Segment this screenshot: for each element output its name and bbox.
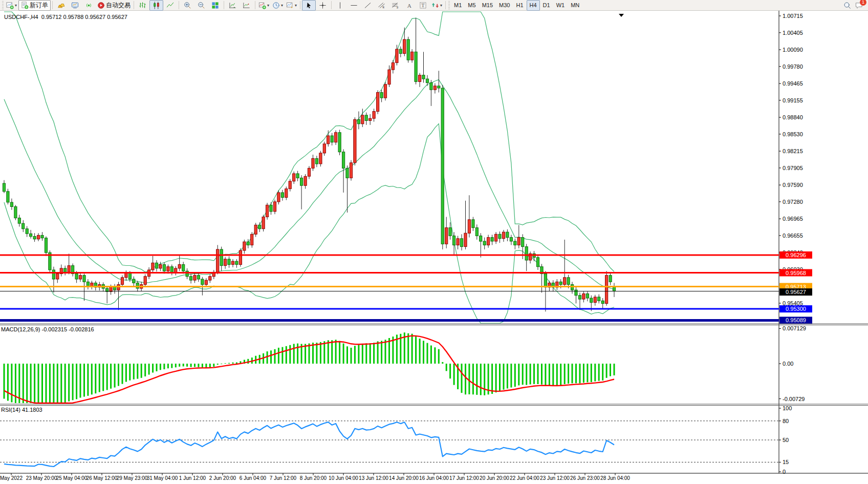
timeframe-w1[interactable]: W1 <box>553 0 568 11</box>
toolbar: ▾新订单自动交易▾▾▾EFAT▾M1M5M15M30H1H4D1W1MN1 <box>0 0 868 11</box>
periods-button[interactable]: ▾ <box>271 0 285 11</box>
svg-text:1 Jun 12:00: 1 Jun 12:00 <box>179 475 206 481</box>
period-clock-icon <box>272 2 280 9</box>
candlestick-mode-button[interactable] <box>149 0 163 11</box>
price-tag-0.95627: 0.95627 <box>779 288 812 296</box>
svg-text:0.95627: 0.95627 <box>786 289 806 295</box>
auto-scroll-button[interactable] <box>226 0 240 11</box>
zoom-in-button[interactable] <box>181 0 194 11</box>
fibonacci-icon: F <box>392 2 399 9</box>
timeframe-m1[interactable]: M1 <box>451 0 465 11</box>
indicators-icon <box>258 2 266 9</box>
svg-text:20 Jun 20:00: 20 Jun 20:00 <box>480 475 509 481</box>
search-icon <box>843 2 851 9</box>
label-tool[interactable]: T <box>416 0 430 11</box>
tile-windows-button[interactable] <box>208 0 222 11</box>
toolbar-separator <box>255 1 255 9</box>
cursor-tool[interactable] <box>302 0 316 11</box>
indicators-button[interactable]: ▾ <box>257 0 271 11</box>
dropdown-arrow-icon: ▾ <box>267 3 269 8</box>
hline-icon <box>350 2 358 9</box>
svg-text:1.00090: 1.00090 <box>783 47 803 53</box>
template-icon <box>286 2 294 9</box>
bar-chart-icon <box>139 2 146 9</box>
toolbar-separator <box>331 1 332 9</box>
svg-text:T: T <box>421 3 425 8</box>
new-order-button-label: 新订单 <box>30 1 48 10</box>
svg-text:0.007129: 0.007129 <box>783 325 806 331</box>
new-order-button[interactable]: 新订单 <box>18 0 51 11</box>
svg-text:0.99780: 0.99780 <box>783 64 803 70</box>
timeframe-h1[interactable]: H1 <box>513 0 526 11</box>
price-tag-0.96296: 0.96296 <box>779 251 812 259</box>
svg-text:May 2022: May 2022 <box>0 475 23 481</box>
vertical-line-tool[interactable] <box>333 0 347 11</box>
svg-text:A: A <box>407 2 412 8</box>
signals-button[interactable] <box>82 0 96 11</box>
toolbar-separator <box>300 1 300 9</box>
toolbar-separator <box>52 1 53 9</box>
tile-windows-icon <box>211 2 219 9</box>
svg-text:0.95089: 0.95089 <box>786 317 806 323</box>
autotrading-icon <box>97 2 105 9</box>
timeframe-d1[interactable]: D1 <box>540 0 553 11</box>
svg-text:100: 100 <box>783 405 792 411</box>
chart-shift-button[interactable] <box>240 0 253 11</box>
timeframe-m15[interactable]: M15 <box>479 0 496 11</box>
fibonacci-tool[interactable]: F <box>388 0 402 11</box>
ingots-icon <box>57 2 65 9</box>
text-tool[interactable]: A <box>402 0 416 11</box>
crosshair-tool[interactable] <box>316 0 330 11</box>
arrows-tool[interactable]: ▾ <box>430 0 444 11</box>
mql5-community-button[interactable] <box>68 0 82 11</box>
trendline-tool[interactable] <box>361 0 375 11</box>
arrows-icon <box>431 2 439 9</box>
svg-text:80: 80 <box>783 418 789 424</box>
svg-text:25 May 04:00: 25 May 04:00 <box>56 475 88 481</box>
svg-text:F: F <box>397 6 399 9</box>
svg-text:1.00405: 1.00405 <box>783 30 803 36</box>
timeframe-h4[interactable]: H4 <box>527 0 540 11</box>
svg-text:0.98840: 0.98840 <box>783 114 803 120</box>
svg-text:26 Jun 23:00: 26 Jun 23:00 <box>570 475 600 481</box>
notification-badge: 1 <box>860 0 866 6</box>
svg-text:0.98215: 0.98215 <box>783 148 803 154</box>
toolbar-separator <box>445 1 446 9</box>
svg-text:0.97590: 0.97590 <box>783 182 803 188</box>
svg-text:8 Jun 20:00: 8 Jun 20:00 <box>300 475 327 481</box>
chart-canvas[interactable]: 1.007151.004051.000900.997800.994650.991… <box>0 11 868 484</box>
timeframe-mn[interactable]: MN <box>568 0 582 11</box>
new-order-icon <box>21 2 29 9</box>
svg-text:0.95300: 0.95300 <box>786 306 806 312</box>
svg-text:50: 50 <box>783 437 789 443</box>
channel-tool[interactable]: E <box>375 0 388 11</box>
timeframe-m5[interactable]: M5 <box>465 0 479 11</box>
line-chart-icon <box>166 2 174 9</box>
chat-button[interactable]: 1 <box>855 2 863 9</box>
svg-text:0.96965: 0.96965 <box>783 216 803 222</box>
new-chart-button[interactable]: ▾ <box>5 0 18 11</box>
price-tag-0.95089: 0.95089 <box>779 317 812 324</box>
svg-text:1.00715: 1.00715 <box>783 13 803 19</box>
autotrading-button[interactable]: 自动交易 <box>96 0 132 11</box>
svg-text:2 Jun 20:00: 2 Jun 20:00 <box>209 475 236 481</box>
horizontal-line-tool[interactable] <box>347 0 361 11</box>
dropdown-arrow-icon: ▾ <box>15 3 17 8</box>
chart-shift-icon <box>243 2 250 9</box>
autotrading-button-label: 自动交易 <box>106 1 131 10</box>
line-chart-mode-button[interactable] <box>163 0 177 11</box>
toolbar-group-handle[interactable] <box>448 1 450 9</box>
svg-text:6 Jun 04:00: 6 Jun 04:00 <box>240 475 267 481</box>
bar-chart-mode-button[interactable] <box>136 0 149 11</box>
svg-text:7 Jun 12:00: 7 Jun 12:00 <box>270 475 297 481</box>
timeframe-m30[interactable]: M30 <box>496 0 513 11</box>
svg-text:0.99155: 0.99155 <box>783 97 803 103</box>
ingots-button[interactable] <box>54 0 68 11</box>
templates-button[interactable]: ▾ <box>285 0 298 11</box>
zoom-out-button[interactable] <box>194 0 208 11</box>
auto-scroll-icon <box>229 2 236 9</box>
svg-text:23 May 20:00: 23 May 20:00 <box>26 475 57 481</box>
search-button[interactable] <box>843 2 851 9</box>
svg-text:0: 0 <box>783 469 786 475</box>
toolbar-group-handle[interactable] <box>2 1 4 9</box>
